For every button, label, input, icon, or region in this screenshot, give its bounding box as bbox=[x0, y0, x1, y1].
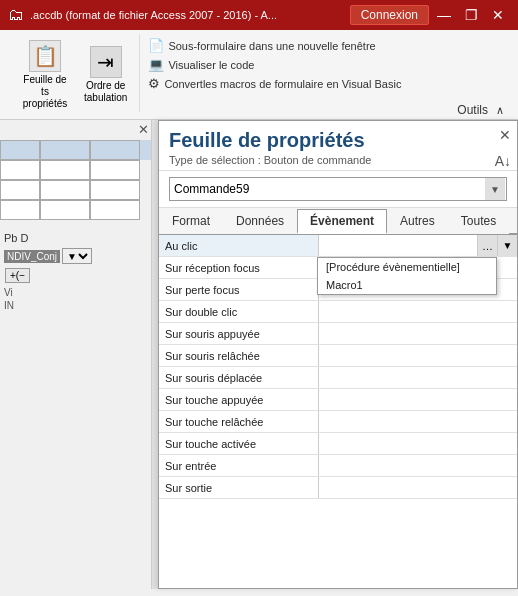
properties-table: Au clic…▼[Procédure évènementielle]Macro… bbox=[159, 235, 517, 588]
tab-autres[interactable]: Autres bbox=[387, 209, 448, 234]
properties-dropdown-row: Commande59 ▼ bbox=[159, 171, 517, 208]
dropdown-popup-item[interactable]: [Procédure évènementielle] bbox=[318, 258, 496, 276]
tab-toutes[interactable]: Toutes bbox=[448, 209, 509, 234]
visualiser-icon: 💻 bbox=[148, 57, 164, 72]
row-value bbox=[319, 389, 517, 410]
connexion-button[interactable]: Connexion bbox=[350, 5, 429, 25]
main-area: ✕ Pb D bbox=[0, 120, 518, 589]
sous-formulaire-icon: 📄 bbox=[148, 38, 164, 53]
grid-header-cell-3 bbox=[90, 140, 140, 160]
table-row: Sur touche relâchée bbox=[159, 411, 517, 433]
row-value bbox=[319, 411, 517, 432]
properties-sort-button[interactable]: A↓ bbox=[495, 153, 511, 169]
table-row: Sur entrée bbox=[159, 455, 517, 477]
left-panel: ✕ Pb D bbox=[0, 120, 152, 589]
row-label: Sur souris appuyée bbox=[159, 323, 319, 344]
ribbon-group-main: 📋 Feuille de ts propriétés ⇥ Ordre de ta… bbox=[8, 34, 140, 112]
grid-cell-2-1 bbox=[0, 180, 40, 200]
grid-header-row bbox=[0, 140, 151, 160]
row-label: Sur souris relâchée bbox=[159, 345, 319, 366]
row-value bbox=[319, 301, 517, 322]
maximize-button[interactable]: ❐ bbox=[459, 6, 484, 24]
ordre-label: Ordre de tabulation bbox=[84, 80, 127, 104]
grid-cell-3-2 bbox=[40, 200, 90, 220]
row-label: Sur touche activée bbox=[159, 433, 319, 454]
dropdown-popup-item[interactable]: Macro1 bbox=[318, 276, 496, 294]
table-row: Au clic…▼ bbox=[159, 235, 517, 257]
value-dropdown-button[interactable]: ▼ bbox=[497, 235, 517, 256]
grid-cell-1-2 bbox=[40, 160, 90, 180]
left-panel-grid bbox=[0, 140, 151, 220]
properties-panel: Feuille de propriétés Type de sélection … bbox=[158, 120, 518, 589]
ellipsis-button[interactable]: … bbox=[477, 235, 497, 256]
grid-row-3 bbox=[0, 200, 151, 220]
feuille-icon: 📋 bbox=[29, 40, 61, 72]
table-row: Sur sortie bbox=[159, 477, 517, 499]
ribbon-item-ordre[interactable]: ⇥ Ordre de tabulation bbox=[80, 44, 131, 106]
row-label: Sur souris déplacée bbox=[159, 367, 319, 388]
ribbon-items: 📋 Feuille de ts propriétés ⇥ Ordre de ta… bbox=[16, 38, 131, 112]
row-value bbox=[319, 455, 517, 476]
row-label: Sur sortie bbox=[159, 477, 319, 498]
outils-label: Outils bbox=[457, 103, 488, 117]
dropdown-popup: [Procédure évènementielle]Macro1 bbox=[317, 257, 497, 295]
grid-cell-3-1 bbox=[0, 200, 40, 220]
table-row: Sur touche activée bbox=[159, 433, 517, 455]
tab-format[interactable]: Format bbox=[159, 209, 223, 234]
ribbon-item-feuille[interactable]: 📋 Feuille de ts propriétés bbox=[16, 38, 74, 112]
row-label: Sur double clic bbox=[159, 301, 319, 322]
ndiv-dropdown[interactable]: ▼ bbox=[62, 248, 92, 264]
properties-tabs: FormatDonnéesÉvènementAutresToutes bbox=[159, 208, 517, 235]
visualiser-label: Visualiser le code bbox=[168, 59, 254, 71]
row-label: Sur entrée bbox=[159, 455, 319, 476]
grid-cell-3-3 bbox=[90, 200, 140, 220]
ribbon-link-sous-formulaire[interactable]: 📄 Sous-formulaire dans une nouvelle fenê… bbox=[148, 38, 401, 53]
properties-object-dropdown[interactable]: Commande59 bbox=[169, 177, 507, 201]
ndiv-label: NDIV_Conj bbox=[4, 250, 60, 263]
row-value bbox=[319, 433, 517, 454]
row-value bbox=[319, 477, 517, 498]
row-value bbox=[319, 323, 517, 344]
pb-label: Pb D bbox=[4, 232, 147, 244]
ribbon-right-links: 📄 Sous-formulaire dans une nouvelle fenê… bbox=[148, 38, 401, 91]
ribbon-top: 📋 Feuille de ts propriétés ⇥ Ordre de ta… bbox=[8, 34, 510, 112]
row-value bbox=[319, 345, 517, 366]
plus-minus-button[interactable]: +(− bbox=[5, 268, 30, 283]
row-label: Sur perte focus bbox=[159, 279, 319, 300]
tab-donnes[interactable]: Données bbox=[223, 209, 297, 234]
sous-formulaire-label: Sous-formulaire dans une nouvelle fenêtr… bbox=[168, 40, 375, 52]
title-bar-left: 🗂 .accdb (format de fichier Access 2007 … bbox=[8, 6, 277, 24]
title-bar-buttons: Connexion — ❐ ✕ bbox=[350, 5, 510, 25]
grid-cell-2-2 bbox=[40, 180, 90, 200]
table-row: Sur souris relâchée bbox=[159, 345, 517, 367]
table-row: Sur double clic bbox=[159, 301, 517, 323]
convertir-label: Convertles macros de formulaire en Visua… bbox=[164, 78, 401, 90]
ribbon-link-visualiser[interactable]: 💻 Visualiser le code bbox=[148, 57, 401, 72]
close-window-button[interactable]: ✕ bbox=[486, 6, 510, 24]
ribbon: 📋 Feuille de ts propriétés ⇥ Ordre de ta… bbox=[0, 30, 518, 120]
properties-close-button[interactable]: ✕ bbox=[499, 127, 511, 143]
properties-subtitle: Type de sélection : Bouton de commande bbox=[169, 154, 507, 166]
left-panel-close-button[interactable]: ✕ bbox=[138, 122, 149, 137]
convertir-icon: ⚙ bbox=[148, 76, 160, 91]
row-value[interactable]: …▼ bbox=[319, 235, 517, 256]
ribbon-link-convertir[interactable]: ⚙ Convertles macros de formulaire en Vis… bbox=[148, 76, 401, 91]
ordre-icon: ⇥ bbox=[90, 46, 122, 78]
row-label: Au clic bbox=[159, 235, 319, 256]
grid-row-1 bbox=[0, 160, 151, 180]
grid-header-cell-2 bbox=[40, 140, 90, 160]
grid-header-cell-1 bbox=[0, 140, 40, 160]
properties-header: Feuille de propriétés Type de sélection … bbox=[159, 121, 517, 171]
vi-label: Vi bbox=[4, 287, 147, 298]
tab-vnement[interactable]: Évènement bbox=[297, 209, 387, 234]
title-bar: 🗂 .accdb (format de fichier Access 2007 … bbox=[0, 0, 518, 30]
ribbon-footer: Outils ∧ bbox=[0, 103, 518, 117]
row-label: Sur réception focus bbox=[159, 257, 319, 278]
grid-cell-2-3 bbox=[90, 180, 140, 200]
row-value bbox=[319, 367, 517, 388]
table-row: Sur touche appuyée bbox=[159, 389, 517, 411]
in-label: IN bbox=[4, 300, 147, 311]
minimize-button[interactable]: — bbox=[431, 6, 457, 24]
collapse-arrow[interactable]: ∧ bbox=[496, 104, 504, 117]
properties-dropdown-wrapper: Commande59 ▼ bbox=[169, 177, 507, 201]
